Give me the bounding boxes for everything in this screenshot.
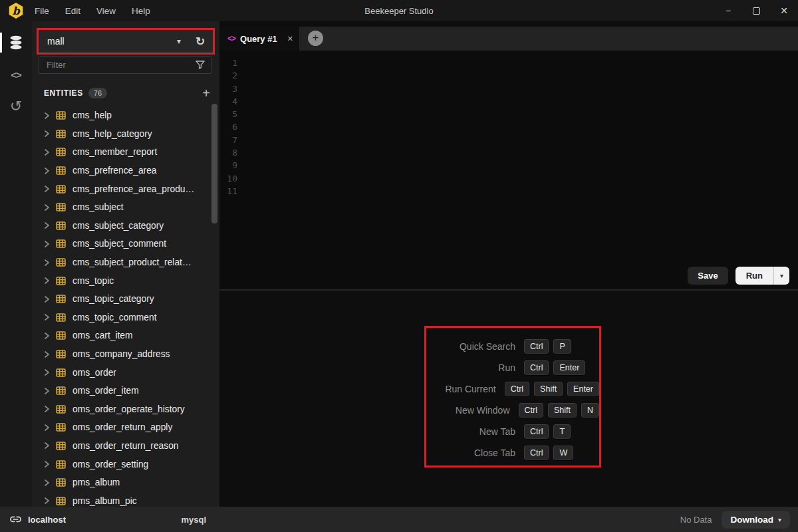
chevron-right-icon[interactable] xyxy=(43,442,51,450)
refresh-button[interactable]: ↻ xyxy=(188,30,213,53)
table-name: cms_subject xyxy=(72,202,124,212)
chevron-right-icon[interactable] xyxy=(43,130,51,138)
table-row[interactable]: cms_subject_product_relat… xyxy=(32,253,219,272)
chevron-right-icon[interactable] xyxy=(43,277,51,285)
table-name: oms_cart_item xyxy=(72,331,132,340)
menu-edit[interactable]: Edit xyxy=(65,6,80,16)
menu-file[interactable]: File xyxy=(35,6,49,16)
sidebar-scrollbar[interactable] xyxy=(211,104,217,223)
chevron-right-icon[interactable] xyxy=(43,295,51,303)
tab-bar: <> Query #1 ✕ + xyxy=(219,27,798,51)
chevron-right-icon[interactable] xyxy=(43,313,51,321)
table-row[interactable]: cms_topic_comment xyxy=(32,309,219,327)
table-icon xyxy=(56,166,66,175)
table-icon xyxy=(56,442,66,450)
add-entity-button[interactable]: + xyxy=(202,86,210,100)
line-number: 4 xyxy=(219,95,237,108)
chevron-right-icon[interactable] xyxy=(43,424,51,432)
chevron-right-icon[interactable] xyxy=(43,405,51,413)
chevron-right-icon[interactable] xyxy=(43,185,51,193)
table-row[interactable]: cms_prefrence_area xyxy=(32,162,219,180)
shortcut-label: New Window xyxy=(426,405,510,416)
chevron-down-icon: ▾ xyxy=(177,37,181,46)
table-row[interactable]: cms_subject_category xyxy=(32,217,219,235)
table-row[interactable]: cms_subject_comment xyxy=(32,235,219,253)
chevron-right-icon[interactable] xyxy=(43,203,51,211)
chevron-right-icon[interactable] xyxy=(43,148,51,156)
tab-label: Query #1 xyxy=(240,34,277,44)
rail-history-button[interactable]: ↺ xyxy=(0,94,32,118)
table-row[interactable]: oms_order_operate_history xyxy=(32,400,219,419)
table-row[interactable]: oms_order_return_reason xyxy=(32,437,219,456)
chevron-right-icon[interactable] xyxy=(43,368,51,376)
connection-button[interactable]: localhost xyxy=(0,514,66,525)
table-name: oms_order xyxy=(72,368,116,378)
shortcut-row: Run CtrlEnter xyxy=(426,357,599,378)
table-row[interactable]: oms_order_return_apply xyxy=(32,418,219,437)
table-row[interactable]: oms_cart_item xyxy=(32,327,219,345)
table-row[interactable]: pms_album_pic xyxy=(32,491,219,507)
shortcut-keys: CtrlP xyxy=(524,339,571,354)
chevron-right-icon[interactable] xyxy=(43,350,51,358)
key-cap: Ctrl xyxy=(524,360,549,375)
chevron-right-icon[interactable] xyxy=(43,259,51,267)
chevron-right-icon[interactable] xyxy=(43,460,51,468)
shortcut-keys: CtrlShiftN xyxy=(519,403,600,418)
chevron-right-icon[interactable] xyxy=(43,167,51,175)
table-row[interactable]: oms_company_address xyxy=(32,345,219,364)
table-row[interactable]: cms_help_category xyxy=(32,125,219,144)
maximize-button[interactable] xyxy=(742,0,770,21)
close-button[interactable]: ✕ xyxy=(770,0,798,21)
table-row[interactable]: cms_help xyxy=(32,106,219,125)
table-row[interactable]: cms_prefrence_area_produ… xyxy=(32,180,219,198)
chevron-right-icon[interactable] xyxy=(43,332,51,340)
table-row[interactable]: cms_topic_category xyxy=(32,290,219,309)
table-icon xyxy=(56,185,66,194)
run-options-button[interactable]: ▾ xyxy=(773,267,789,285)
rail-queries-button[interactable]: <> xyxy=(0,63,32,86)
database-dropdown-annotation-box: mall ▾ ↻ xyxy=(37,28,215,55)
key-cap: Ctrl xyxy=(505,382,529,396)
line-number: 11 xyxy=(219,185,237,198)
table-icon xyxy=(56,331,66,340)
menu-view[interactable]: View xyxy=(96,6,116,16)
table-icon xyxy=(56,239,66,248)
tab-query-1[interactable]: <> Query #1 ✕ xyxy=(219,27,299,51)
rail-tables-button[interactable] xyxy=(0,31,32,55)
table-name: cms_help_category xyxy=(72,129,152,139)
run-button[interactable]: Run xyxy=(735,267,773,285)
chevron-right-icon[interactable] xyxy=(43,221,51,229)
table-list: cms_help cms_help_category xyxy=(32,106,219,507)
tab-close-icon[interactable]: ✕ xyxy=(287,35,293,43)
save-button[interactable]: Save xyxy=(688,267,728,285)
query-code-icon: <> xyxy=(227,34,235,43)
table-row[interactable]: cms_topic xyxy=(32,271,219,290)
database-select[interactable]: mall ▾ xyxy=(39,30,188,53)
table-icon xyxy=(56,350,66,358)
table-name: pms_album xyxy=(72,477,120,487)
sql-editor[interactable]: 1 2 3 4 5 6 7 8 9 10 11 Save Run ▾ xyxy=(219,51,798,289)
download-button[interactable]: Download ▾ xyxy=(722,511,790,529)
table-row[interactable]: cms_member_report xyxy=(32,143,219,162)
chevron-right-icon[interactable] xyxy=(43,479,51,487)
table-row[interactable]: cms_subject xyxy=(32,198,219,217)
chevron-right-icon[interactable] xyxy=(43,240,51,248)
table-icon xyxy=(56,478,66,487)
menu-help[interactable]: Help xyxy=(132,6,150,16)
line-number: 7 xyxy=(219,134,237,146)
table-icon xyxy=(56,111,66,120)
database-type-label: mysql xyxy=(162,515,206,525)
table-name: oms_company_address xyxy=(72,349,170,359)
minimize-button[interactable]: − xyxy=(714,0,742,21)
table-row[interactable]: pms_album xyxy=(32,473,219,492)
table-row[interactable]: oms_order_setting xyxy=(32,455,219,473)
table-name: oms_order_setting xyxy=(72,460,148,469)
new-tab-button[interactable]: + xyxy=(308,31,323,46)
chevron-right-icon[interactable] xyxy=(43,112,51,120)
table-row[interactable]: oms_order_item xyxy=(32,382,219,400)
filter-input[interactable] xyxy=(39,60,196,70)
table-icon xyxy=(56,277,66,285)
table-row[interactable]: oms_order xyxy=(32,363,219,382)
chevron-right-icon[interactable] xyxy=(43,497,51,505)
chevron-right-icon[interactable] xyxy=(43,387,51,395)
